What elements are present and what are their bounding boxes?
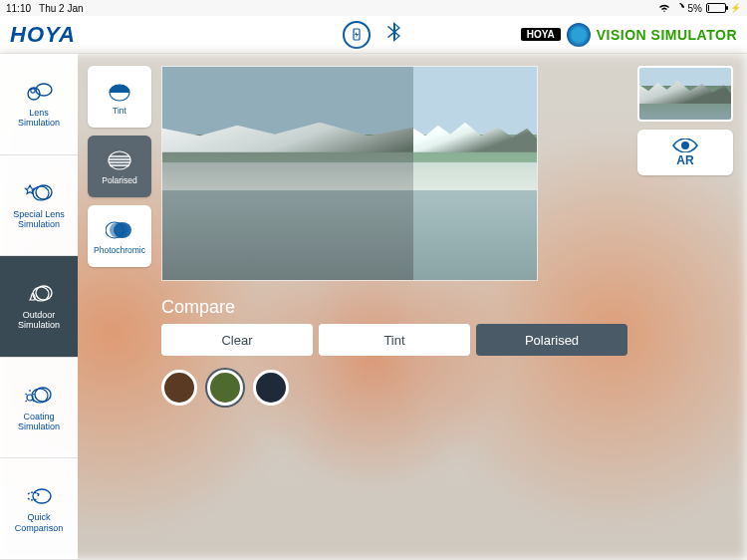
color-swatch-green[interactable]: [207, 370, 243, 406]
compare-heading: Compare: [161, 297, 627, 318]
bluetooth-icon[interactable]: [384, 20, 404, 50]
ar-label: AR: [676, 153, 693, 167]
lens-options-column: Tint Polarised Photochromic: [88, 66, 151, 548]
ar-button[interactable]: AR: [637, 130, 733, 175]
lens-sim-icon: [24, 80, 54, 104]
special-lens-icon: [24, 181, 54, 205]
sidebar-item-label: Special LensSimulation: [13, 209, 65, 230]
status-time: 11:10: [6, 3, 31, 14]
lens-option-polarised[interactable]: Polarised: [88, 136, 151, 197]
wifi-icon: [658, 3, 670, 13]
sidebar-item-label: LensSimulation: [18, 108, 60, 129]
sidebar-item-coating[interactable]: CoatingSimulation: [0, 358, 78, 459]
compare-tint-button[interactable]: Tint: [319, 324, 470, 356]
ios-status-bar: 11:10 Thu 2 Jan 5% ⚡: [0, 0, 747, 16]
sidebar-item-label: QuickComparison: [15, 512, 64, 533]
charging-icon: ⚡: [730, 3, 741, 13]
lens-option-label: Polarised: [102, 175, 136, 185]
simulation-preview[interactable]: [161, 66, 538, 281]
eye-icon: [672, 139, 698, 152]
svg-point-3: [31, 89, 35, 93]
outdoor-icon: [24, 282, 54, 306]
scene-thumbnail[interactable]: [637, 66, 733, 122]
color-swatch-row: [161, 370, 627, 406]
sidebar-item-quick-comparison[interactable]: QuickComparison: [0, 458, 78, 560]
sidebar-item-label: CoatingSimulation: [18, 412, 60, 432]
sidebar-item-label: OutdoorSimulation: [18, 310, 60, 331]
app-header: HOYA HOYA VISION SIMULATOR: [0, 16, 747, 54]
device-status-icon[interactable]: [343, 21, 371, 49]
lens-option-tint[interactable]: Tint: [88, 66, 151, 128]
polarised-icon: [106, 148, 133, 172]
color-swatch-navy[interactable]: [253, 370, 289, 406]
preview-clear-region: [413, 67, 537, 280]
brand-pill: HOYA: [521, 28, 561, 41]
battery-percent: 5%: [688, 3, 702, 14]
eye-logo-icon: [567, 23, 591, 47]
hoya-logo: HOYA: [10, 22, 76, 48]
lens-option-label: Photochromic: [94, 245, 145, 255]
compare-button-row: Clear Tint Polarised: [161, 324, 627, 356]
svg-point-11: [33, 489, 51, 503]
sidebar-item-outdoor[interactable]: OutdoorSimulation: [0, 256, 78, 358]
photochromic-icon: [106, 218, 133, 242]
compare-polarised-button[interactable]: Polarised: [476, 324, 627, 356]
lens-option-photochromic[interactable]: Photochromic: [88, 205, 151, 267]
battery-icon: [706, 3, 726, 13]
svg-point-13: [109, 151, 130, 169]
app-title: VISION SIMULATOR: [597, 27, 737, 43]
do-not-disturb-icon: [674, 3, 684, 13]
sidebar: LensSimulation Special LensSimulation Ou…: [0, 54, 78, 560]
sidebar-item-special-lens[interactable]: Special LensSimulation: [0, 155, 78, 257]
status-date: Thu 2 Jan: [39, 3, 83, 14]
sidebar-item-lens-simulation[interactable]: LensSimulation: [0, 54, 78, 155]
svg-point-15: [110, 222, 127, 238]
lens-option-label: Tint: [113, 106, 126, 116]
svg-point-17: [681, 141, 689, 149]
color-swatch-brown[interactable]: [161, 370, 197, 406]
coating-icon: [24, 384, 54, 408]
compare-clear-button[interactable]: Clear: [161, 324, 313, 356]
quick-compare-icon: [24, 484, 54, 508]
tint-icon: [106, 79, 133, 103]
